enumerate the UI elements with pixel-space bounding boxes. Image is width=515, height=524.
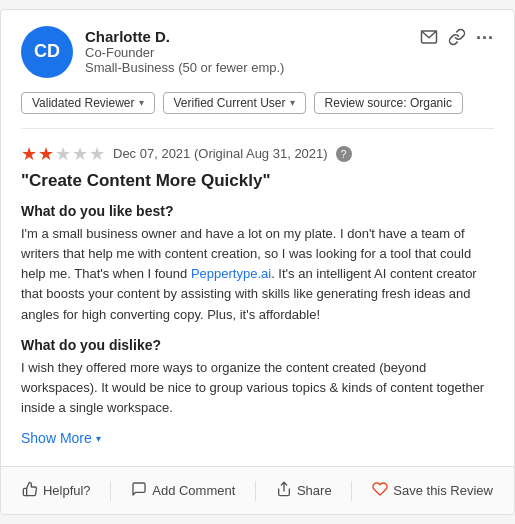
comment-icon (131, 481, 147, 500)
verified-user-label: Verified Current User (174, 96, 286, 110)
star-4: ★ (72, 143, 88, 165)
star-5: ★ (89, 143, 105, 165)
star-3: ★ (55, 143, 71, 165)
validated-reviewer-label: Validated Reviewer (32, 96, 135, 110)
helpful-label: Helpful? (43, 483, 91, 498)
add-comment-label: Add Comment (152, 483, 235, 498)
share-button[interactable]: Share (270, 477, 338, 504)
rating-row: ★ ★ ★ ★ ★ Dec 07, 2021 (Original Aug 31,… (21, 143, 494, 165)
review-title: "Create Content More Quickly" (21, 171, 494, 191)
section-dislike-label: What do you dislike? (21, 337, 494, 353)
section-divider (21, 128, 494, 129)
review-footer: Helpful? Add Comment Share (1, 466, 514, 514)
star-2: ★ (38, 143, 54, 165)
link-icon[interactable] (448, 28, 466, 50)
share-label: Share (297, 483, 332, 498)
review-source-badge: Review source: Organic (314, 92, 463, 114)
section-like-text: I'm a small business owner and have a lo… (21, 224, 494, 325)
verified-user-badge[interactable]: Verified Current User ▾ (163, 92, 306, 114)
add-comment-button[interactable]: Add Comment (125, 477, 241, 504)
share-icon (276, 481, 292, 500)
save-review-label: Save this Review (393, 483, 493, 498)
more-icon[interactable]: ··· (476, 28, 494, 49)
avatar: CD (21, 26, 73, 78)
header-action-group: ··· (420, 28, 494, 50)
user-role: Co-Founder (85, 45, 284, 60)
email-icon[interactable] (420, 28, 438, 50)
show-more-label: Show More (21, 430, 92, 446)
validated-reviewer-badge[interactable]: Validated Reviewer ▾ (21, 92, 155, 114)
user-info-group: CD Charlotte D. Co-Founder Small-Busines… (21, 26, 284, 78)
footer-divider-2 (255, 481, 256, 501)
section-like-label: What do you like best? (21, 203, 494, 219)
show-more-button[interactable]: Show More ▾ (21, 430, 494, 446)
user-details: Charlotte D. Co-Founder Small-Business (… (85, 28, 284, 75)
section-dislike-text: I wish they offered more ways to organiz… (21, 358, 494, 418)
highlight-brand: Peppertype.ai (191, 266, 271, 281)
badge-group: Validated Reviewer ▾ Verified Current Us… (21, 92, 494, 114)
helpful-button[interactable]: Helpful? (16, 477, 97, 504)
date-help-icon[interactable]: ? (336, 146, 352, 162)
user-name: Charlotte D. (85, 28, 284, 45)
heart-icon (372, 481, 388, 500)
user-company: Small-Business (50 or fewer emp.) (85, 60, 284, 75)
footer-divider-3 (351, 481, 352, 501)
review-date: Dec 07, 2021 (Original Aug 31, 2021) (113, 146, 328, 161)
save-review-button[interactable]: Save this Review (366, 477, 499, 504)
review-card: CD Charlotte D. Co-Founder Small-Busines… (0, 9, 515, 515)
validated-reviewer-chevron: ▾ (139, 97, 144, 108)
verified-user-chevron: ▾ (290, 97, 295, 108)
star-1: ★ (21, 143, 37, 165)
footer-divider-1 (110, 481, 111, 501)
review-source-label: Review source: Organic (325, 96, 452, 110)
star-rating: ★ ★ ★ ★ ★ (21, 143, 105, 165)
review-header: CD Charlotte D. Co-Founder Small-Busines… (21, 26, 494, 78)
show-more-arrow-icon: ▾ (96, 433, 101, 444)
helpful-icon (22, 481, 38, 500)
